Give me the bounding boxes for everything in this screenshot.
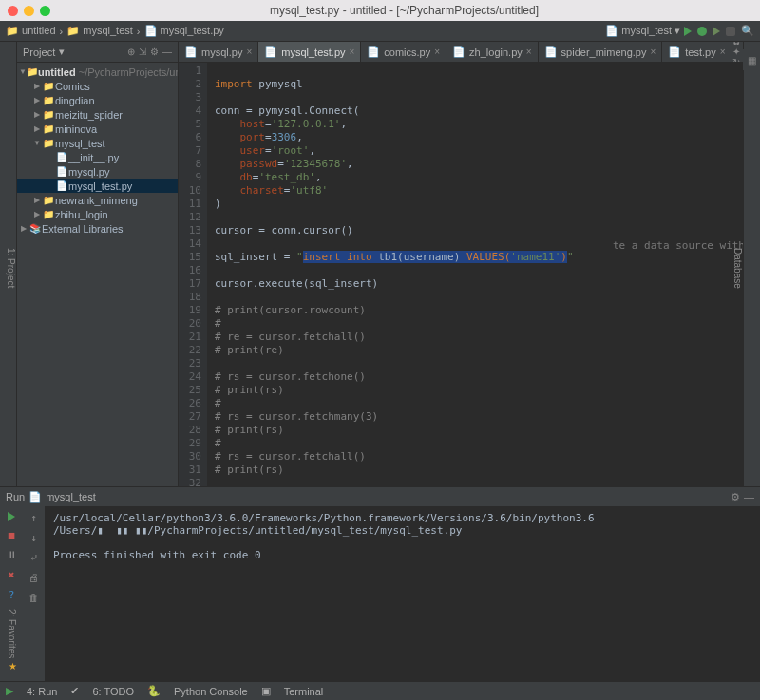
debug-icon[interactable]	[697, 27, 707, 36]
settings-icon[interactable]: ⚙	[150, 47, 159, 57]
window-title: mysql_test.py - untitled - [~/PycharmPro…	[56, 4, 752, 17]
tree-folder[interactable]: ▶📁mininova	[17, 122, 178, 136]
project-panel: Project ▾ ⊕ ⇲ ⚙ — ▼📁 untitled ~/PycharmP…	[17, 42, 179, 486]
rerun-icon[interactable]	[8, 512, 15, 521]
project-panel-title: Project	[23, 47, 55, 58]
editor[interactable]: 1234567891011121314151617181920212223242…	[179, 63, 743, 486]
editor-tab[interactable]: 📄zh_login.py×	[446, 42, 539, 62]
close-tab-icon[interactable]: ×	[650, 47, 656, 57]
db-toolstrip-icon[interactable]: ▦	[743, 49, 760, 70]
datasource-tip: te a data source with	[613, 239, 743, 253]
breadcrumb-root[interactable]: 📁 untitled	[6, 25, 56, 37]
breadcrumb-file[interactable]: 📄 mysql_test.py	[144, 25, 224, 37]
minimize-window-icon[interactable]	[24, 6, 34, 16]
maximize-window-icon[interactable]	[40, 6, 50, 16]
close-tab-icon[interactable]: ×	[350, 47, 355, 57]
hide-panel-icon[interactable]: —	[162, 47, 172, 57]
scroll-from-source-icon[interactable]: ⊕	[127, 47, 135, 57]
close-tab-icon[interactable]: ×	[434, 47, 440, 57]
tree-folder[interactable]: ▶📁meizitu_spider	[17, 107, 178, 122]
navbar: 📁 untitled › 📁 mysql_test › 📄 mysql_test…	[0, 21, 760, 42]
down-icon[interactable]: ↓	[30, 532, 37, 544]
stop-icon[interactable]	[726, 27, 735, 36]
line-gutter: 1234567891011121314151617181920212223242…	[179, 63, 207, 486]
run-panel-label: Run	[6, 491, 25, 502]
run-settings-icon[interactable]: ⚙	[731, 491, 740, 503]
run-hide-icon[interactable]: —	[744, 491, 754, 502]
stop-run-icon[interactable]: ■	[9, 529, 15, 541]
status-pyconsole-tab[interactable]: Python Console	[174, 686, 248, 697]
status-run-tab[interactable]: 4: Run	[27, 686, 57, 697]
external-libraries[interactable]: ▶📚External Libraries	[17, 221, 178, 236]
run-config-selector[interactable]: 📄 mysql_test ▾	[605, 25, 680, 37]
help-icon[interactable]: ?	[9, 589, 15, 601]
right-tool-strip: ▦ Database	[743, 42, 760, 486]
tree-root[interactable]: ▼📁 untitled ~/PycharmProjects/untitled	[17, 65, 178, 79]
status-todo-tab[interactable]: 6: TODO	[92, 686, 134, 697]
favorites-tool-tab[interactable]: 2: Favorites	[7, 609, 17, 658]
left-tool-strip: 1: Project 7: Structure	[0, 42, 17, 486]
exit-icon[interactable]: ✖	[9, 569, 15, 581]
run-actions-col2: ↑ ↓ ⤶ 🖨 🗑	[23, 506, 46, 681]
editor-tab[interactable]: 📄mysql.py×	[179, 42, 258, 62]
run-panel-config: mysql_test	[46, 491, 96, 502]
tree-file[interactable]: 📄mysql.py	[17, 164, 178, 179]
tree-file[interactable]: 📄mysql_test.py	[17, 179, 178, 193]
editor-tab[interactable]: 📄mysql_test.py×	[258, 42, 361, 62]
pause-icon[interactable]: ⏸	[7, 549, 17, 561]
collapse-all-icon[interactable]: ⇲	[139, 47, 146, 57]
project-tree[interactable]: ▼📁 untitled ~/PycharmProjects/untitled ▶…	[17, 63, 178, 486]
run-output[interactable]: /usr/local/Cellar/python3/3.6.0/Framewor…	[46, 506, 760, 681]
titlebar: mysql_test.py - untitled - [~/PycharmPro…	[0, 0, 760, 21]
search-icon[interactable]: 🔍	[741, 25, 754, 37]
tree-folder[interactable]: ▶📁newrank_mimeng	[17, 193, 178, 207]
breadcrumb-folder[interactable]: 📁 mysql_test	[66, 25, 133, 37]
close-window-icon[interactable]	[8, 6, 18, 16]
tree-folder[interactable]: ▼📁mysql_test	[17, 136, 178, 150]
tree-folder[interactable]: ▶📁Comics	[17, 79, 178, 93]
clear-icon[interactable]: 🗑	[28, 592, 39, 604]
tree-folder[interactable]: ▶📁dingdian	[17, 93, 178, 107]
editor-tab[interactable]: 📄test.py×	[662, 42, 732, 62]
close-tab-icon[interactable]: ×	[526, 47, 532, 57]
editor-tab[interactable]: 📄spider_mimeng.py×	[539, 42, 663, 62]
status-terminal-tab[interactable]: Terminal	[284, 686, 324, 697]
editor-tab[interactable]: 📄comics.py×	[361, 42, 446, 62]
status-bar: ▶4: Run ✔6: TODO 🐍Python Console ▣Termin…	[0, 681, 760, 700]
print-icon[interactable]: 🖨	[28, 572, 39, 584]
up-icon[interactable]: ↑	[30, 512, 37, 524]
tree-file[interactable]: 📄__init__.py	[17, 150, 178, 164]
close-tab-icon[interactable]: ×	[246, 47, 252, 57]
run-icon[interactable]	[684, 27, 692, 36]
code-area[interactable]: import pymysql conn = pymysql.Connect( h…	[207, 63, 743, 486]
editor-tab-row: 📄mysql.py×📄mysql_test.py×📄comics.py×📄zh_…	[179, 42, 743, 63]
run-panel: Run 📄 mysql_test ⚙ — ■ ⏸ ✖ ? ↑ ↓ ⤶ 🖨 🗑 /…	[0, 486, 760, 681]
tree-folder[interactable]: ▶📁zhihu_login	[17, 207, 178, 221]
project-tool-tab[interactable]: 1: Project	[6, 248, 16, 288]
soft-wrap-icon[interactable]: ⤶	[29, 552, 38, 564]
close-tab-icon[interactable]: ×	[720, 47, 726, 57]
run-coverage-icon[interactable]	[712, 27, 720, 36]
